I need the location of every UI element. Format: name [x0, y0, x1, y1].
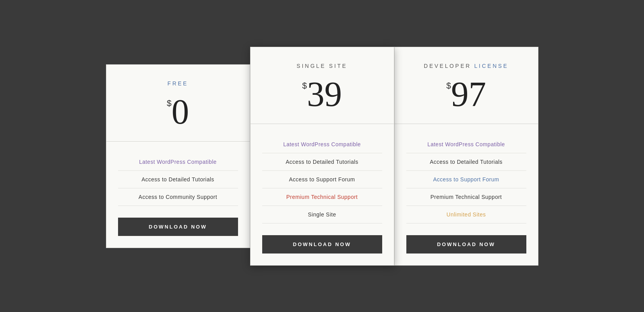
- feature-item: Access to Community Support: [118, 188, 238, 206]
- download-button-single-site[interactable]: DOWNLOAD NOW: [262, 235, 382, 254]
- pricing-container: FREE $ 0 Latest WordPress Compatible Acc…: [106, 47, 538, 266]
- price-wrapper-free: $ 0: [118, 94, 238, 129]
- plan-name-text-single-site: SINGLE SITE: [296, 63, 347, 69]
- pricing-card-free: FREE $ 0 Latest WordPress Compatible Acc…: [106, 64, 250, 248]
- feature-item: Latest WordPress Compatible: [406, 136, 526, 153]
- currency-single-site: $: [302, 81, 307, 91]
- feature-item: Access to Support Forum: [406, 171, 526, 188]
- plan-name-part1-developer: DEVELOPER: [424, 63, 474, 69]
- pricing-card-single-site: SINGLE SITE $ 39 Latest WordPress Compat…: [250, 47, 394, 266]
- amount-free: 0: [171, 94, 189, 129]
- plan-name-developer: DEVELOPER LICENSE: [406, 63, 526, 69]
- feature-item: Single Site: [262, 206, 382, 223]
- card-features-developer: Latest WordPress Compatible Access to De…: [395, 124, 538, 265]
- card-header-free: FREE $ 0: [106, 65, 250, 142]
- plan-name-text-free: FREE: [168, 80, 188, 87]
- card-header-single-site: SINGLE SITE $ 39: [251, 47, 394, 124]
- card-header-developer: DEVELOPER LICENSE $ 97: [395, 47, 538, 124]
- feature-item: Unlimited Sites: [406, 206, 526, 223]
- amount-single-site: 39: [307, 77, 342, 112]
- feature-item: Premium Technical Support: [406, 188, 526, 206]
- feature-item: Access to Detailed Tutorials: [406, 153, 526, 171]
- feature-item: Access to Detailed Tutorials: [262, 153, 382, 171]
- card-features-single-site: Latest WordPress Compatible Access to De…: [251, 124, 394, 265]
- plan-name-single-site: SINGLE SITE: [262, 63, 382, 69]
- card-features-free: Latest WordPress Compatible Access to De…: [106, 142, 250, 248]
- feature-item: Access to Detailed Tutorials: [118, 171, 238, 188]
- price-wrapper-developer: $ 97: [406, 77, 526, 112]
- download-button-free[interactable]: DOWNLOAD NOW: [118, 218, 238, 236]
- feature-list-free: Latest WordPress Compatible Access to De…: [118, 153, 238, 206]
- feature-item: Premium Technical Support: [262, 188, 382, 206]
- pricing-card-developer: DEVELOPER LICENSE $ 97 Latest WordPress …: [394, 47, 538, 266]
- feature-item: Latest WordPress Compatible: [118, 153, 238, 171]
- feature-list-single-site: Latest WordPress Compatible Access to De…: [262, 136, 382, 223]
- feature-list-developer: Latest WordPress Compatible Access to De…: [406, 136, 526, 223]
- feature-item: Access to Support Forum: [262, 171, 382, 188]
- plan-name-free: FREE: [118, 80, 238, 87]
- currency-developer: $: [446, 81, 451, 91]
- currency-free: $: [167, 98, 171, 108]
- feature-item: Latest WordPress Compatible: [262, 136, 382, 153]
- amount-developer: 97: [451, 77, 486, 112]
- plan-name-part2-developer: LICENSE: [474, 63, 508, 69]
- price-wrapper-single-site: $ 39: [262, 77, 382, 112]
- download-button-developer[interactable]: DOWNLOAD NOW: [406, 235, 526, 254]
